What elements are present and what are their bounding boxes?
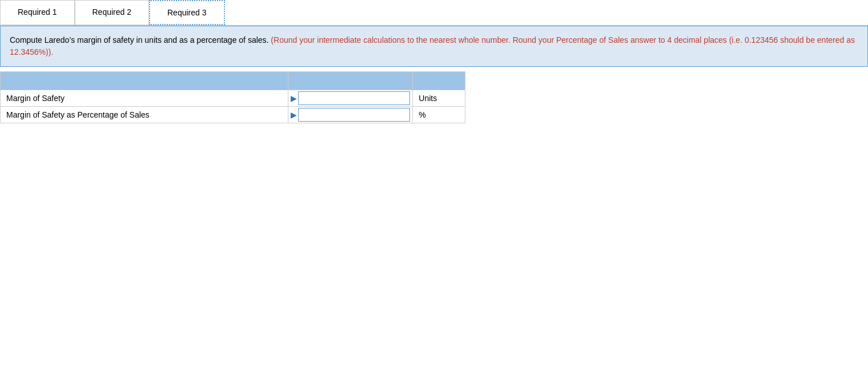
row2-arrow-icon: ▶ (291, 110, 297, 119)
col-header-unit (413, 72, 465, 90)
row1-input-cell: ▶ (288, 90, 413, 107)
margin-safety-table: Margin of Safety ▶ Units Margin of Safet… (0, 71, 465, 123)
table-row: Margin of Safety ▶ Units (1, 90, 465, 107)
row2-input-wrapper: ▶ (291, 108, 410, 122)
row1-input-wrapper: ▶ (291, 91, 410, 105)
col-header-value (288, 72, 413, 90)
tabs-container: Required 1 Required 2 Required 3 (0, 0, 868, 26)
row1-unit: Units (413, 90, 465, 107)
col-header-label (1, 72, 288, 90)
row2-input-cell: ▶ (288, 107, 413, 123)
margin-safety-percentage-input[interactable] (298, 108, 410, 122)
row1-arrow-icon: ▶ (291, 94, 297, 103)
tab-required1[interactable]: Required 1 (0, 0, 75, 25)
row1-label: Margin of Safety (1, 90, 288, 107)
table-row: Margin of Safety as Percentage of Sales … (1, 107, 465, 123)
tab-required3[interactable]: Required 3 (149, 0, 225, 25)
row2-unit: % (413, 107, 465, 123)
row2-label: Margin of Safety as Percentage of Sales (1, 107, 288, 123)
instruction-box: Compute Laredo’s margin of safety in uni… (0, 26, 868, 67)
tab-required2[interactable]: Required 2 (75, 0, 150, 25)
instruction-black-text: Compute Laredo’s margin of safety in uni… (10, 35, 268, 45)
page-container: Required 1 Required 2 Required 3 Compute… (0, 0, 868, 123)
data-table-container: Margin of Safety ▶ Units Margin of Safet… (0, 71, 465, 123)
margin-safety-units-input[interactable] (298, 91, 410, 105)
